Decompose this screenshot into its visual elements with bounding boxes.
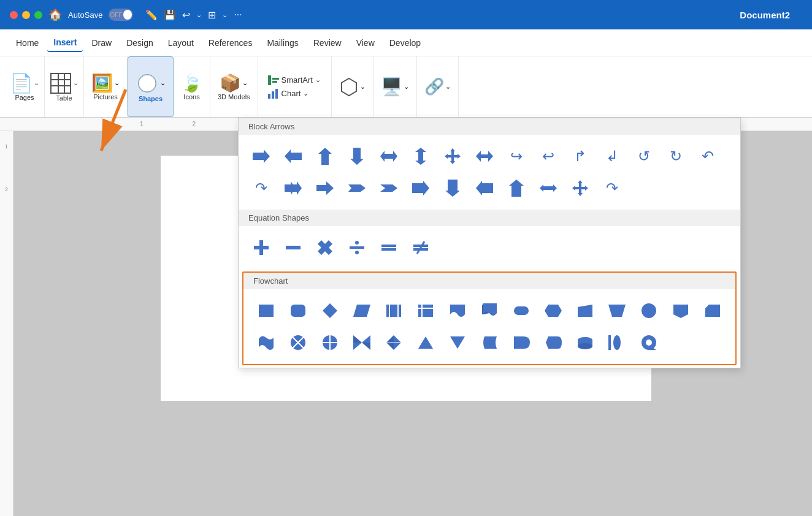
grid-icon[interactable]: ⊞ bbox=[208, 9, 216, 21]
fc-mag-disk[interactable] bbox=[570, 327, 600, 358]
pictures-dropdown[interactable]: ⌄ bbox=[114, 79, 120, 87]
autosave-toggle[interactable]: OFF bbox=[109, 9, 133, 21]
shape-down-callout[interactable] bbox=[437, 173, 468, 203]
fc-card[interactable] bbox=[697, 295, 728, 326]
shape-lr-move[interactable] bbox=[533, 173, 564, 203]
fc-internal-storage[interactable] bbox=[410, 295, 441, 326]
fc-punched-tape[interactable] bbox=[251, 327, 282, 358]
fc-delay[interactable] bbox=[506, 327, 537, 358]
shape-sweep[interactable]: ↷ bbox=[597, 173, 627, 203]
shapes-dropdown[interactable]: ⌄ bbox=[160, 79, 166, 87]
fc-multi-doc[interactable] bbox=[474, 295, 505, 326]
shape-curved-right[interactable]: ↪ bbox=[501, 141, 532, 172]
shape-minus[interactable] bbox=[278, 232, 308, 263]
smartart-row[interactable]: SmartArt ⌄ bbox=[266, 74, 323, 86]
menu-draw[interactable]: Draw bbox=[85, 34, 118, 51]
undo-dropdown-icon[interactable]: ⌄ bbox=[196, 11, 202, 19]
minimize-button[interactable] bbox=[22, 11, 30, 19]
fc-predefined-proc[interactable] bbox=[378, 295, 409, 326]
fc-manual-op[interactable] bbox=[602, 295, 632, 326]
menu-layout[interactable]: Layout bbox=[162, 34, 200, 51]
ribbon-pictures-group[interactable]: 🖼️ ⌄ Pictures bbox=[84, 56, 128, 117]
shape-equals[interactable] bbox=[373, 232, 404, 263]
ribbon-icons-group[interactable]: 🍃 Icons bbox=[174, 56, 210, 117]
shapes2-dropdown[interactable]: ⌄ bbox=[360, 83, 366, 91]
fc-terminator[interactable] bbox=[506, 295, 537, 326]
fc-off-page[interactable] bbox=[665, 295, 696, 326]
menu-home[interactable]: Home bbox=[10, 34, 45, 51]
fc-document[interactable] bbox=[442, 295, 473, 326]
shape-plus[interactable] bbox=[246, 232, 277, 263]
shape-multiply[interactable] bbox=[310, 232, 340, 263]
shape-up-right[interactable]: ↱ bbox=[565, 141, 596, 172]
ribbon-table-group[interactable]: ⌄ Table bbox=[45, 56, 84, 117]
shape-ud-arrow[interactable] bbox=[405, 141, 436, 172]
pages-dropdown[interactable]: ⌄ bbox=[34, 79, 39, 87]
fc-summing-junction[interactable] bbox=[283, 327, 313, 358]
chart-row[interactable]: Chart ⌄ bbox=[266, 88, 323, 100]
fc-data[interactable] bbox=[347, 295, 377, 326]
smartart-dropdown[interactable]: ⌄ bbox=[315, 76, 321, 84]
shape-quad-arrow[interactable] bbox=[437, 141, 468, 172]
shape-lr-arrow2[interactable] bbox=[469, 141, 500, 172]
ribbon-3d-group[interactable]: 📦 ⌄ 3D Models bbox=[210, 56, 258, 117]
media-dropdown[interactable]: ⌄ bbox=[404, 83, 409, 91]
fc-stored-data[interactable] bbox=[474, 327, 505, 358]
fc-decision[interactable] bbox=[315, 295, 345, 326]
grid-dropdown-icon[interactable]: ⌄ bbox=[222, 11, 228, 19]
ribbon-shapes-group[interactable]: ⌄ Shapes bbox=[128, 56, 174, 117]
shape-left-callout[interactable] bbox=[469, 173, 500, 203]
shape-up-arrow[interactable] bbox=[310, 141, 340, 172]
ribbon-media-group[interactable]: 🖥️ ⌄ bbox=[373, 56, 417, 117]
shape-double-right[interactable] bbox=[278, 173, 308, 203]
fc-sort[interactable] bbox=[378, 327, 409, 358]
shape-quad-move[interactable] bbox=[565, 173, 596, 203]
shape-down-arrow[interactable] bbox=[342, 141, 372, 172]
ribbon-shapes2-group[interactable]: ⌄ bbox=[332, 56, 373, 117]
shape-ccw[interactable]: ↺ bbox=[629, 141, 659, 172]
fc-extract[interactable] bbox=[410, 327, 441, 358]
fc-direct-access[interactable] bbox=[602, 327, 632, 358]
ribbon-links-group[interactable]: 🔗 ⌄ bbox=[417, 56, 459, 117]
shape-chevron-right[interactable] bbox=[373, 173, 404, 203]
ribbon-smartart-chart-group[interactable]: SmartArt ⌄ Chart ⌄ bbox=[258, 56, 332, 117]
shape-not-equals[interactable] bbox=[405, 232, 436, 263]
shape-cw[interactable]: ↻ bbox=[661, 141, 691, 172]
fc-display[interactable] bbox=[538, 327, 569, 358]
save-icon[interactable]: 💾 bbox=[164, 9, 176, 21]
fc-process[interactable] bbox=[251, 295, 282, 326]
menu-mailings[interactable]: Mailings bbox=[261, 34, 304, 51]
shape-lr-arrow[interactable] bbox=[373, 141, 404, 172]
shape-divide[interactable] bbox=[342, 232, 372, 263]
fc-or[interactable] bbox=[315, 327, 345, 358]
fc-alt-process[interactable] bbox=[283, 295, 313, 326]
fc-collate[interactable] bbox=[347, 327, 377, 358]
links-dropdown[interactable]: ⌄ bbox=[445, 83, 451, 91]
close-button[interactable] bbox=[10, 11, 18, 19]
ribbon-pages-group[interactable]: 📄 ⌄ Pages bbox=[5, 56, 45, 117]
3d-dropdown[interactable]: ⌄ bbox=[242, 79, 248, 87]
fc-merge[interactable] bbox=[442, 327, 473, 358]
shape-left-arrow[interactable] bbox=[278, 141, 308, 172]
menu-references[interactable]: References bbox=[202, 34, 259, 51]
shape-uturn2[interactable]: ↷ bbox=[246, 173, 277, 203]
menu-review[interactable]: Review bbox=[307, 34, 348, 51]
undo-icon[interactable]: ↩ bbox=[182, 9, 190, 21]
shape-notch-right[interactable] bbox=[342, 173, 372, 203]
shape-up-callout[interactable] bbox=[501, 173, 532, 203]
shape-right-fat[interactable] bbox=[310, 173, 340, 203]
shape-down-left[interactable]: ↲ bbox=[597, 141, 627, 172]
shape-right-arrow[interactable] bbox=[246, 141, 277, 172]
fc-preparation[interactable] bbox=[538, 295, 569, 326]
menu-developer[interactable]: Develop bbox=[383, 34, 427, 51]
shape-uturn[interactable]: ↶ bbox=[692, 141, 723, 172]
table-dropdown[interactable]: ⌄ bbox=[73, 79, 79, 87]
menu-insert[interactable]: Insert bbox=[47, 34, 83, 52]
more-icon[interactable]: ··· bbox=[234, 9, 242, 20]
fc-manual-input[interactable] bbox=[570, 295, 600, 326]
fc-mag-tape[interactable] bbox=[634, 327, 664, 358]
menu-view[interactable]: View bbox=[350, 34, 381, 51]
chart-dropdown[interactable]: ⌄ bbox=[303, 89, 308, 97]
fc-connector[interactable] bbox=[634, 295, 664, 326]
maximize-button[interactable] bbox=[34, 11, 42, 19]
